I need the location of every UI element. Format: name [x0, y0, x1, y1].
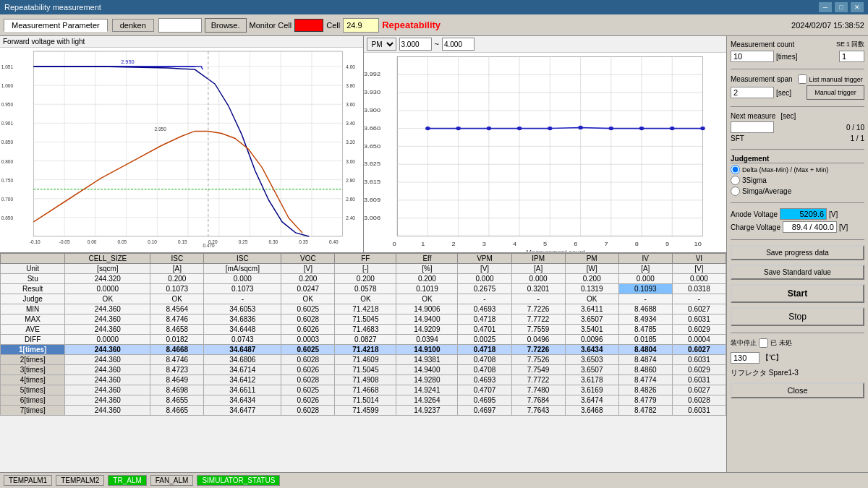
temp-unit: 【℃】: [762, 353, 783, 363]
radio-row-1: Delta (Max-Min) / (Max + Min): [731, 165, 864, 174]
radio-delta[interactable]: [731, 165, 740, 174]
anode-voltage-label: Anode Voltage: [731, 210, 778, 218]
stop-button[interactable]: Stop: [731, 307, 864, 326]
svg-point-78: [486, 127, 491, 130]
span-unit: [sec]: [776, 89, 791, 97]
cell-label: Cell: [326, 21, 340, 30]
judge-cell-size: OK: [65, 294, 150, 304]
col-cell-size: CELL_SIZE: [65, 254, 150, 264]
table-row[interactable]: 1[times] 244.360 8.4668 34.6487 0.6025 7…: [1, 345, 726, 355]
svg-text:-0.05: -0.05: [59, 239, 70, 244]
radio-row-2: 3Sigma: [731, 176, 864, 185]
temp-field[interactable]: [731, 352, 760, 364]
check-label2: 已 未処: [770, 338, 792, 348]
tab-measurement-parameter[interactable]: Measurement Parameter: [4, 19, 108, 32]
temp-label: 装中停止: [731, 338, 757, 348]
voltage-section: Anode Voltage [V] Charge Voltage [V]: [731, 208, 864, 234]
result-ff: 0.0578: [335, 284, 396, 294]
manual-trigger-button[interactable]: Manual trigger: [807, 85, 864, 100]
svg-text:0.650: 0.650: [1, 215, 13, 221]
svg-text:2.40: 2.40: [346, 215, 355, 221]
sft-value: 1 / 1: [851, 134, 864, 142]
svg-text:5: 5: [543, 241, 547, 247]
col-isc2: ISC: [204, 254, 281, 264]
unit-ff: [-]: [335, 264, 396, 274]
next-measure-row: Next measure [sec]: [731, 112, 864, 120]
next-measure-field[interactable]: [731, 121, 774, 133]
range-from[interactable]: [399, 38, 432, 51]
judge-ipm: -: [511, 294, 565, 304]
table-row[interactable]: 3[times] 244.360 8.4723 34.6714 0.6026 7…: [1, 365, 726, 375]
table-row[interactable]: 2[times] 244.360 8.4746 34.6806 0.6028 7…: [1, 355, 726, 365]
result-pm: 0.1319: [565, 284, 618, 294]
close-button[interactable]: Close: [731, 382, 864, 398]
table-row[interactable]: 7[times] 244.360 8.4665 34.6477 0.6028 7…: [1, 406, 726, 416]
svg-text:0.30: 0.30: [268, 239, 278, 244]
unit-vi: [V]: [672, 264, 726, 274]
maximize-button[interactable]: □: [835, 2, 848, 12]
judge-eff: OK: [396, 294, 458, 304]
radio-3sigma[interactable]: [731, 176, 740, 185]
svg-text:0.10: 0.10: [148, 239, 157, 244]
svg-text:3.900: 3.900: [364, 107, 380, 114]
browse-button[interactable]: Browse.: [205, 18, 247, 33]
table-row[interactable]: 4[times] 244.360 8.4649 34.6412 0.6028 7…: [1, 375, 726, 385]
anode-voltage-field[interactable]: [780, 208, 827, 220]
table-row[interactable]: 5[times] 244.360 8.4698 34.6611 0.6025 7…: [1, 385, 726, 395]
divider5: [731, 239, 864, 240]
se1-label: SE１回数: [836, 40, 864, 49]
right-chart-svg: 3.992 3.930 3.900 3.660 3.650 3.625 3.61…: [364, 53, 727, 252]
row-2-label: 2[times]: [1, 355, 65, 365]
table-header-row: CELL_SIZE ISC ISC VOC FF Eff VPM IPM PM …: [1, 254, 726, 264]
save-progress-button[interactable]: Save progress data: [731, 245, 864, 260]
stu-cell-size: 244.320: [65, 274, 150, 284]
temp-checkbox[interactable]: [759, 338, 768, 348]
row-3-label: 3[times]: [1, 365, 65, 375]
cell-field[interactable]: [343, 18, 379, 33]
span-field[interactable]: [731, 87, 774, 98]
data-table: CELL_SIZE ISC ISC VOC FF Eff VPM IPM PM …: [0, 253, 726, 416]
divider2: [731, 106, 864, 107]
window-controls: ─ □ ✕: [819, 2, 864, 12]
judgement-section: Judgement Delta (Max-Min) / (Max + Min) …: [731, 155, 864, 197]
sft-label: SFT: [731, 134, 744, 142]
svg-text:2.950: 2.950: [121, 59, 135, 65]
times-field[interactable]: [731, 51, 774, 62]
svg-text:3.60: 3.60: [346, 102, 355, 107]
browse-field[interactable]: [158, 18, 202, 33]
save-standard-button[interactable]: Save Standard value: [731, 265, 864, 280]
radio-sigma-avg[interactable]: [731, 187, 740, 196]
col-isc: ISC: [150, 254, 204, 264]
divider1: [731, 69, 864, 69]
se1-field[interactable]: [839, 51, 864, 62]
row-judge-label: Judge: [1, 294, 65, 304]
charge-voltage-field[interactable]: [783, 221, 837, 233]
table-row[interactable]: 6[times] 244.360 8.4655 34.6434 0.6026 7…: [1, 395, 726, 406]
radio-delta-label: Delta (Max-Min) / (Max + Min): [742, 166, 828, 174]
row-max-label: MAX: [1, 314, 65, 325]
radio-3sigma-label: 3Sigma: [742, 176, 767, 184]
svg-point-77: [456, 127, 461, 130]
svg-text:0: 0: [392, 241, 396, 247]
svg-text:8: 8: [634, 241, 638, 247]
minimize-button[interactable]: ─: [819, 2, 832, 12]
start-button[interactable]: Start: [731, 284, 864, 303]
svg-text:3.930: 3.930: [364, 89, 380, 95]
list-manual-trigger-checkbox[interactable]: [798, 74, 807, 84]
temp-row: 装中停止 已 未処: [731, 338, 864, 348]
charge-voltage-label: Charge Voltage: [731, 223, 780, 231]
range-to[interactable]: [442, 38, 475, 51]
measurement-count-row: Measurement count SE１回数: [731, 40, 864, 49]
svg-text:0.850: 0.850: [1, 140, 13, 145]
judge-isc: OK: [150, 294, 204, 304]
result-row: Result 0.0000 0.1073 0.1073 0.0247 0.057…: [1, 284, 726, 294]
row-result-label: Result: [1, 284, 65, 294]
stu-pm: 0.200: [565, 274, 618, 284]
pm-select[interactable]: PM: [367, 38, 396, 51]
left-chart-svg: 2.950 2.950 0.470 1.051: [0, 48, 363, 251]
tab-denken[interactable]: denken: [112, 19, 154, 32]
stu-isc2: 0.000: [204, 274, 281, 284]
stu-iv: 0.000: [618, 274, 672, 284]
result-iv: 0.1093: [618, 284, 672, 294]
close-window-button[interactable]: ✕: [851, 2, 864, 12]
